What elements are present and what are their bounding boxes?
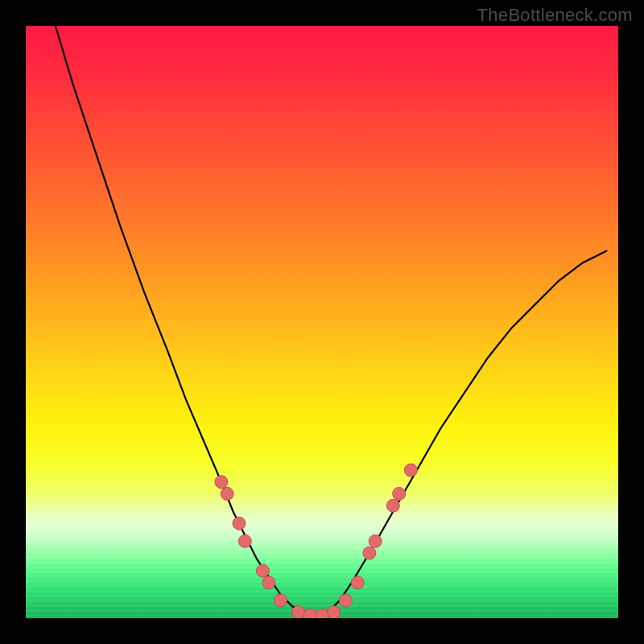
curve-svg <box>26 26 618 618</box>
curve-marker <box>303 609 316 618</box>
curve-marker <box>369 535 382 547</box>
curve-marker <box>404 464 417 477</box>
curve-marker <box>351 576 364 589</box>
curve-marker <box>275 594 287 607</box>
curve-marker <box>386 499 399 512</box>
curve-markers <box>215 464 418 618</box>
watermark-text: TheBottleneck.com <box>477 5 633 26</box>
chart-frame: TheBottleneck.com <box>0 0 644 644</box>
curve-marker <box>238 535 251 547</box>
bottleneck-curve <box>56 26 607 618</box>
gradient-bands <box>26 506 618 618</box>
curve-marker <box>316 609 328 618</box>
curve-marker <box>233 517 246 530</box>
curve-marker <box>221 487 233 500</box>
plot-area <box>26 26 618 618</box>
curve-marker <box>215 476 228 489</box>
curve-marker <box>363 547 376 559</box>
curve-marker <box>256 564 269 577</box>
curve-marker <box>393 487 406 500</box>
curve-marker <box>262 576 275 589</box>
curve-marker <box>328 606 341 618</box>
curve-marker <box>292 606 305 618</box>
curve-marker <box>339 594 352 607</box>
